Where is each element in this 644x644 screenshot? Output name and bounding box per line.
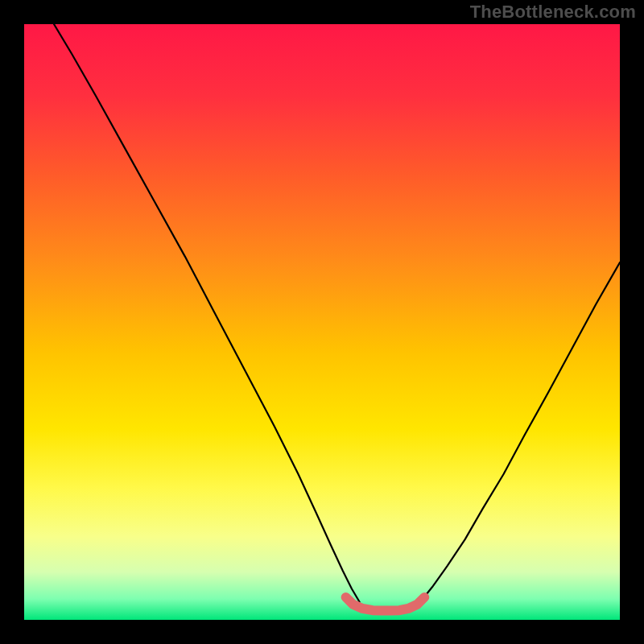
chart-frame: TheBottleneck.com [0,0,644,644]
watermark-text: TheBottleneck.com [470,2,636,23]
gradient-background [24,24,620,620]
bottleneck-chart [0,0,644,644]
